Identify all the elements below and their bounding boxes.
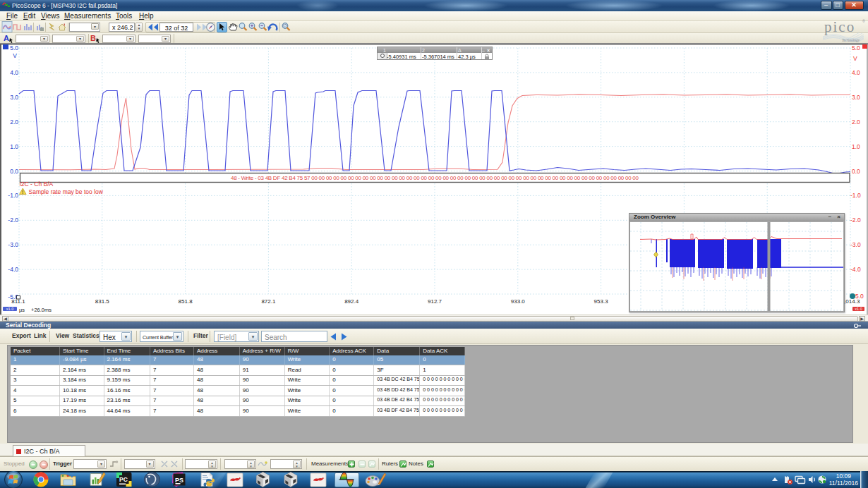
svg-text:2.0: 2.0	[852, 118, 860, 126]
svg-text:!: !	[22, 190, 23, 195]
svg-text:-4.0: -4.0	[850, 266, 861, 273]
svg-text:933.0: 933.0	[511, 298, 526, 305]
svg-text:V: V	[853, 55, 857, 62]
svg-text:-2.0: -2.0	[8, 216, 18, 224]
svg-text:811.1: 811.1	[11, 298, 25, 305]
svg-text:V: V	[13, 52, 17, 59]
svg-text:-2.0: -2.0	[850, 216, 861, 224]
svg-text:5.0: 5.0	[10, 44, 18, 51]
svg-text:3.0: 3.0	[852, 94, 860, 101]
svg-text:-3.0: -3.0	[850, 241, 861, 248]
svg-text:1.0: 1.0	[852, 143, 860, 150]
svg-text:3.0: 3.0	[10, 94, 18, 101]
svg-text:PC: PC	[119, 476, 128, 483]
svg-text:953.3: 953.3	[594, 298, 609, 305]
svg-text:-3.0: -3.0	[8, 241, 18, 248]
svg-text:4.0: 4.0	[852, 69, 860, 76]
svg-text:I2C - Ch B/A: I2C - Ch B/A	[20, 181, 54, 188]
svg-text:PS: PS	[175, 477, 183, 484]
svg-text:-1.0: -1.0	[8, 192, 18, 199]
svg-text:4.0: 4.0	[10, 69, 18, 76]
svg-text:Technology: Technology	[842, 38, 860, 42]
svg-text:872.1: 872.1	[261, 298, 276, 305]
svg-text:-4.0: -4.0	[8, 266, 18, 273]
svg-text:5.0: 5.0	[852, 44, 860, 51]
svg-text:-1.0: -1.0	[850, 192, 861, 199]
svg-text:Sample rate may be too low: Sample rate may be too low	[29, 188, 104, 195]
svg-text:0.0: 0.0	[852, 168, 860, 175]
svg-text:912.7: 912.7	[428, 298, 442, 305]
svg-text:48 - Write - 03 4B DF 42 B4 75: 48 - Write - 03 4B DF 42 B4 75 57 00 00 …	[231, 175, 639, 181]
svg-text:0.0: 0.0	[10, 168, 18, 175]
svg-text:892.4: 892.4	[344, 298, 359, 305]
svg-text:831.5: 831.5	[95, 298, 110, 305]
svg-text:2.0: 2.0	[10, 118, 18, 126]
svg-text:1.0: 1.0	[10, 143, 18, 150]
svg-text:851.8: 851.8	[179, 298, 193, 305]
